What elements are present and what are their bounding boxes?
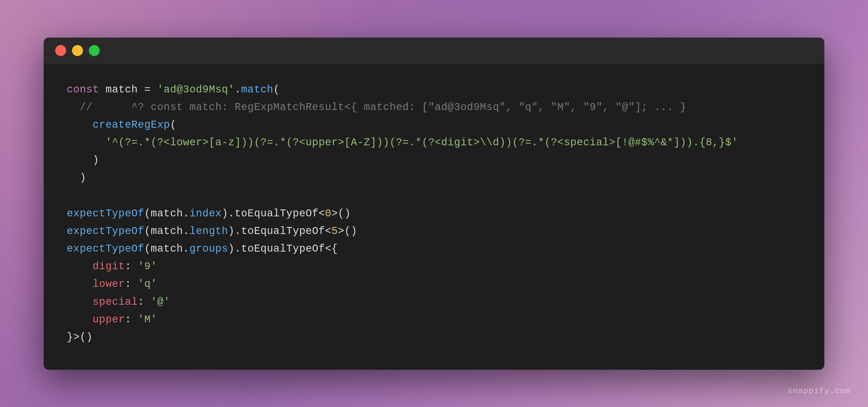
key-lower: lower: [93, 278, 125, 290]
comment-type-hint: // ^? const match: RegExpMatchResult<{ m…: [67, 101, 686, 113]
code-line-9: expectTypeOf(match.groups).toEqualTypeOf…: [67, 240, 801, 258]
close-button[interactable]: [55, 45, 66, 56]
titlebar: [44, 38, 824, 64]
prop-length: length: [189, 225, 228, 237]
blank-line-1: [67, 187, 801, 205]
keyword-const: const: [67, 84, 105, 96]
code-line-3: createRegExp(: [67, 116, 801, 134]
regex-string: '^(?=.*(?<lower>[a-z]))(?=.*(?<upper>[A-…: [105, 137, 738, 148]
string-input: 'ad@3od9Msq': [157, 84, 235, 96]
page: const match = 'ad@3od9Msq'.match( // ^? …: [0, 0, 868, 407]
prop-groups: groups: [189, 243, 228, 255]
code-editor: const match = 'ad@3od9Msq'.match( // ^? …: [44, 64, 824, 370]
code-line-4: '^(?=.*(?<lower>[a-z]))(?=.*(?<upper>[A-…: [67, 134, 801, 151]
code-line-7: expectTypeOf(match.index).toEqualTypeOf<…: [67, 205, 801, 223]
key-special: special: [93, 296, 137, 308]
fn-expect-length: expectTypeOf: [67, 225, 144, 237]
code-line-2: // ^? const match: RegExpMatchResult<{ m…: [67, 99, 801, 116]
code-line-12: special: '@': [67, 293, 801, 311]
prop-index: index: [189, 208, 222, 219]
val-lower: 'q': [138, 278, 157, 290]
operator-equals: =: [138, 84, 157, 96]
code-line-5: ): [67, 151, 801, 169]
var-match: match: [105, 84, 138, 96]
code-line-10: digit: '9': [67, 258, 801, 275]
key-upper: upper: [93, 314, 125, 326]
code-line-14: }>(): [67, 329, 801, 346]
code-line-6: ): [67, 169, 801, 186]
fn-createregexp: createRegExp: [93, 119, 170, 131]
fn-expect-groups: expectTypeOf: [67, 243, 144, 255]
val-special: '@': [151, 296, 170, 308]
code-line-8: expectTypeOf(match.length).toEqualTypeOf…: [67, 223, 801, 240]
code-window: const match = 'ad@3od9Msq'.match( // ^? …: [44, 38, 824, 370]
minimize-button[interactable]: [72, 45, 83, 56]
code-line-1: const match = 'ad@3od9Msq'.match(: [67, 81, 801, 99]
maximize-button[interactable]: [89, 45, 100, 56]
val-digit: '9': [138, 261, 157, 272]
code-line-11: lower: 'q': [67, 275, 801, 293]
watermark: snappify.com: [787, 386, 851, 396]
method-match: match: [241, 84, 274, 96]
code-line-13: upper: 'M': [67, 311, 801, 329]
fn-expect-index: expectTypeOf: [67, 208, 144, 219]
val-upper: 'M': [138, 314, 157, 326]
key-digit: digit: [93, 261, 125, 272]
